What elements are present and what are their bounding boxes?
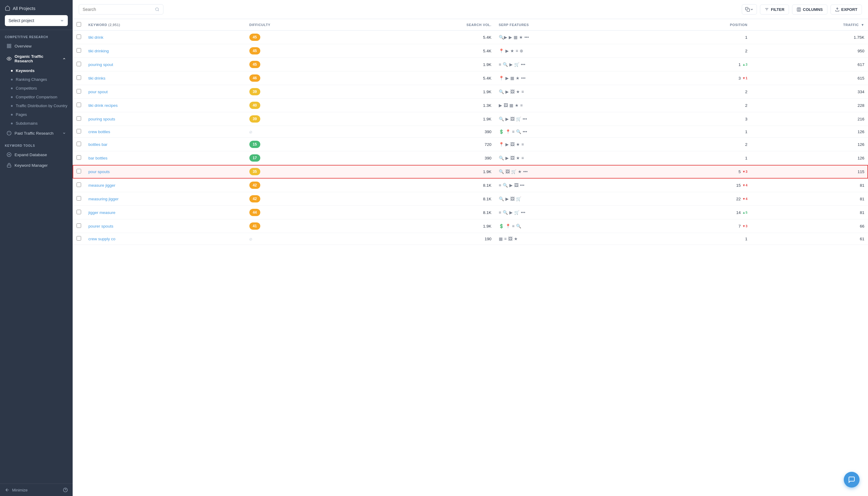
sidebar-item-keyword-manager[interactable]: Keyword Manager bbox=[2, 160, 71, 170]
position-4: 2 bbox=[649, 85, 751, 99]
minimize-button[interactable]: Minimize bbox=[5, 487, 28, 492]
position-2: 1▲3 bbox=[649, 58, 751, 72]
keyword-link-2[interactable]: pouring spout bbox=[88, 62, 113, 67]
dot-competitors bbox=[11, 88, 13, 89]
row-checkbox-13[interactable] bbox=[77, 210, 81, 214]
header-traffic[interactable]: TRAFFIC ▼ bbox=[751, 19, 868, 31]
all-projects-link[interactable]: All Projects bbox=[5, 5, 68, 11]
serp-icon: ≡ bbox=[512, 129, 514, 134]
row-checkbox-11[interactable] bbox=[77, 183, 81, 187]
keyword-link-3[interactable]: tiki drinks bbox=[88, 76, 105, 80]
keyword-link-1[interactable]: tiki drinking bbox=[88, 49, 109, 53]
serp-features-13: ≡🔍▶🛒••• bbox=[495, 206, 649, 219]
keyword-link-14[interactable]: pourer spouts bbox=[88, 224, 113, 229]
serp-icon: 📍 bbox=[499, 142, 504, 147]
row-checkbox-4[interactable] bbox=[77, 89, 81, 93]
position-0: 1 bbox=[649, 31, 751, 44]
row-checkbox-8[interactable] bbox=[77, 142, 81, 146]
position-down: ▼3 bbox=[742, 170, 747, 173]
search-vol-5: 1.3K bbox=[362, 99, 495, 112]
difficulty-badge-11: 42 bbox=[249, 182, 260, 189]
row-checkbox-1[interactable] bbox=[77, 48, 81, 53]
row-checkbox-6[interactable] bbox=[77, 116, 81, 121]
sidebar-item-overview[interactable]: Overview bbox=[2, 41, 71, 51]
keywords-table: KEYWORD (2,951) DIFFICULTY SEARCH VOL. S… bbox=[73, 19, 868, 245]
sidebar-item-organic-traffic[interactable]: Organic Traffic Research bbox=[2, 51, 71, 66]
search-vol-11: 8.1K bbox=[362, 179, 495, 192]
serp-icon: 🖼 bbox=[510, 117, 514, 121]
select-project-dropdown[interactable]: Select project bbox=[5, 15, 68, 26]
select-all-checkbox[interactable] bbox=[77, 22, 81, 27]
header-position[interactable]: POSITION bbox=[649, 19, 751, 31]
row-checkbox-3[interactable] bbox=[77, 75, 81, 80]
row-checkbox-5[interactable] bbox=[77, 103, 81, 107]
keyword-link-9[interactable]: bar bottles bbox=[88, 156, 107, 160]
row-checkbox-12[interactable] bbox=[77, 196, 81, 201]
svg-rect-2 bbox=[7, 46, 9, 48]
search-only-icon-7: ⌕ bbox=[249, 129, 252, 134]
serp-icon: ≡ bbox=[499, 183, 501, 188]
competitor-comparison-label: Competitor Comparison bbox=[16, 95, 57, 99]
serp-features-0: 🔍▶▶▦★••• bbox=[495, 31, 649, 44]
header-checkbox[interactable] bbox=[73, 19, 85, 31]
keyword-link-5[interactable]: tiki drink recipes bbox=[88, 103, 118, 108]
row-checkbox-2[interactable] bbox=[77, 62, 81, 66]
keyword-link-7[interactable]: crew bottles bbox=[88, 129, 110, 134]
row-checkbox-0[interactable] bbox=[77, 34, 81, 39]
serp-icon: ▶ bbox=[506, 89, 509, 94]
competitive-research-section: Competitive Research Overview Organic Tr… bbox=[0, 30, 73, 139]
difficulty-badge-6: 39 bbox=[249, 115, 260, 123]
serp-icon: ▶ bbox=[509, 210, 513, 215]
table-row: pouring spout451.9K≡🔍▶🛒•••1▲3617 bbox=[73, 58, 868, 72]
sidebar-item-expand-database[interactable]: Expand Database bbox=[2, 150, 71, 160]
keyword-link-12[interactable]: measuring jigger bbox=[88, 197, 119, 201]
export-icon bbox=[835, 7, 839, 12]
header-keyword[interactable]: KEYWORD (2,951) bbox=[85, 19, 246, 31]
svg-rect-1 bbox=[10, 44, 11, 46]
sidebar-sub-subdomains[interactable]: Subdomains bbox=[0, 119, 73, 128]
row-checkbox-9[interactable] bbox=[77, 155, 81, 160]
sidebar-sub-competitor-comparison[interactable]: Competitor Comparison bbox=[0, 93, 73, 102]
position-num: 14 bbox=[737, 210, 741, 215]
search-box[interactable] bbox=[79, 4, 164, 15]
toolbar: FILTER COLUMNS EXPORT bbox=[73, 0, 868, 19]
serp-icon: ••• bbox=[520, 183, 525, 188]
filter-button[interactable]: FILTER bbox=[760, 4, 789, 15]
search-input[interactable] bbox=[83, 7, 153, 12]
row-checkbox-15[interactable] bbox=[77, 236, 81, 241]
position-down: ▼4 bbox=[742, 183, 747, 187]
sidebar-sub-pages[interactable]: Pages bbox=[0, 110, 73, 119]
export-button[interactable]: EXPORT bbox=[831, 4, 862, 15]
help-icon[interactable] bbox=[63, 487, 68, 492]
keyword-link-11[interactable]: measure jigger bbox=[88, 183, 115, 188]
traffic-5: 228 bbox=[751, 99, 868, 112]
keyword-link-15[interactable]: crew supply co bbox=[88, 237, 115, 241]
sidebar-sub-ranking-changes[interactable]: Ranking Changes bbox=[0, 75, 73, 84]
header-serp-features[interactable]: SERP FEATURES bbox=[495, 19, 649, 31]
keyword-link-13[interactable]: jigger measure bbox=[88, 210, 115, 215]
keyword-link-0[interactable]: tiki drink bbox=[88, 35, 104, 40]
row-checkbox-10[interactable] bbox=[77, 169, 81, 173]
svg-point-13 bbox=[156, 8, 159, 11]
traffic-7: 126 bbox=[751, 126, 868, 138]
position-num: 2 bbox=[745, 49, 747, 53]
header-difficulty[interactable]: DIFFICULTY bbox=[246, 19, 362, 31]
svg-rect-0 bbox=[7, 44, 9, 46]
keyword-link-10[interactable]: pour spouts bbox=[88, 169, 110, 174]
sidebar-sub-traffic-distribution[interactable]: Traffic Distribution by Country bbox=[0, 102, 73, 110]
serp-icon: ▦ bbox=[499, 236, 503, 241]
row-checkbox-7[interactable] bbox=[77, 129, 81, 134]
sidebar-sub-competitors[interactable]: Competitors bbox=[0, 84, 73, 93]
header-search-vol[interactable]: SEARCH VOL. bbox=[362, 19, 495, 31]
row-checkbox-14[interactable] bbox=[77, 223, 81, 228]
columns-button[interactable]: COLUMNS bbox=[792, 4, 827, 15]
serp-icon: 📍 bbox=[499, 48, 504, 53]
sidebar-sub-keywords[interactable]: Keywords bbox=[0, 66, 73, 75]
table-header-row: KEYWORD (2,951) DIFFICULTY SEARCH VOL. S… bbox=[73, 19, 868, 31]
copy-button[interactable] bbox=[742, 4, 757, 15]
chat-bubble[interactable] bbox=[844, 472, 859, 487]
sidebar-item-paid-traffic[interactable]: Paid Traffic Research bbox=[2, 128, 71, 138]
keyword-link-8[interactable]: bottles bar bbox=[88, 142, 107, 147]
keyword-link-6[interactable]: pouring spouts bbox=[88, 117, 115, 121]
keyword-link-4[interactable]: pour spout bbox=[88, 90, 108, 94]
